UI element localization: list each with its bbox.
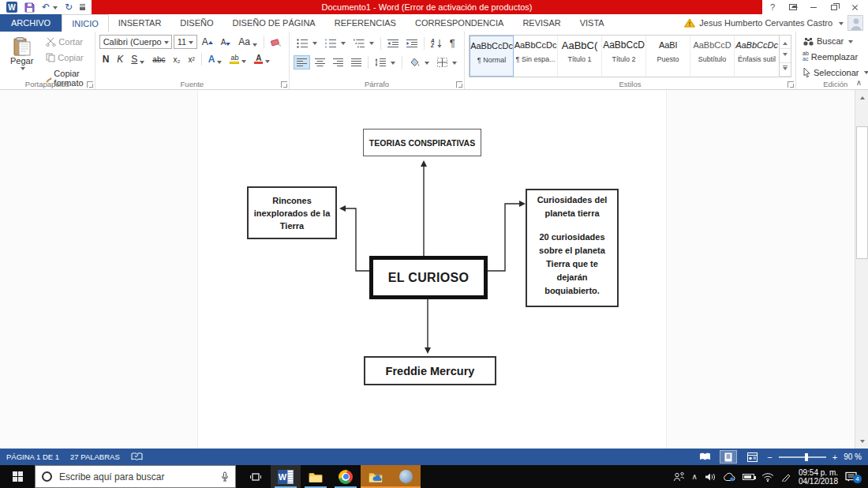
save-button[interactable] [24,2,35,13]
style-card-normal[interactable]: AaBbCcDc ¶ Normal [470,36,514,77]
taskbar-app-browser-gray[interactable] [391,465,421,488]
styles-dialog-launcher[interactable] [788,81,794,88]
style-card-sin-espaciado[interactable]: AaBbCcDc ¶ Sin espa... [514,36,558,77]
select-button[interactable]: Seleccionar [800,66,868,79]
show-marks-button[interactable]: ¶ [447,35,458,51]
word-count[interactable]: 27 PALABRAS [70,452,120,461]
document-canvas[interactable]: TEORIAS CONSPIRATIVAS Rincones inexplora… [0,90,868,449]
shading-dropdown-icon[interactable] [425,62,429,67]
subscript-button[interactable]: x₂ [170,54,183,65]
underline-dropdown-icon[interactable] [140,61,144,66]
vertical-scrollbar[interactable] [855,90,868,449]
taskbar-app-onedrive-folder[interactable] [361,465,391,488]
replace-button[interactable]: abac Reemplazar [800,50,868,63]
highlight-dropdown-icon[interactable] [241,60,246,66]
borders-dropdown-icon[interactable] [452,62,457,67]
wifi-icon[interactable] [761,472,774,482]
proofing-status-button[interactable] [131,452,143,461]
change-case-dropdown-icon[interactable] [253,43,257,49]
style-card-subtitulo[interactable]: AaBbCcD Subtítulo [690,36,735,77]
clear-formatting-button[interactable] [268,35,285,49]
font-family-combo[interactable]: Calibri (Cuerpo [99,35,172,49]
battery-icon[interactable] [743,474,754,480]
undo-dropdown-icon[interactable] [53,6,58,12]
tab-vista[interactable]: VISTA [571,14,614,32]
customize-qat-button[interactable] [80,4,85,10]
text-effects-dropdown-icon[interactable] [217,61,222,66]
read-mode-button[interactable] [696,450,713,464]
account-dropdown-icon[interactable] [839,22,844,28]
bold-button[interactable]: N [99,53,113,66]
paste-dropdown-icon[interactable] [21,67,25,73]
style-card-titulo1[interactable]: AaBbC( Título 1 [558,36,602,77]
volume-icon[interactable] [705,472,716,482]
avatar[interactable] [847,15,863,31]
help-button[interactable]: ? [762,0,783,14]
diagram-node-teorias[interactable]: TEORIAS CONSPIRATIVAS [363,129,481,156]
font-size-combo[interactable]: 11 [174,35,197,49]
styles-scroll-down-button[interactable] [780,49,791,62]
ribbon-display-options-button[interactable] [783,0,803,14]
people-icon[interactable] [673,471,685,482]
clipboard-dialog-launcher[interactable] [87,81,93,88]
style-card-puesto[interactable]: AaBl Puesto [646,36,690,77]
multilevel-dropdown-icon[interactable] [369,42,374,47]
minimize-button[interactable] [803,0,824,14]
zoom-slider-thumb[interactable] [805,453,808,461]
select-dropdown-icon[interactable] [864,71,868,77]
diagram-node-rincones[interactable]: Rincones inexplorados de la Tierra [247,186,337,239]
align-center-button[interactable] [312,55,328,69]
numbering-dropdown-icon[interactable] [341,42,346,47]
taskbar-app-chrome[interactable] [331,465,361,488]
borders-button[interactable] [434,55,460,69]
close-button[interactable] [844,0,865,14]
onedrive-cloud-icon[interactable] [723,472,735,482]
diagram-node-el-curioso[interactable]: EL CURIOSO [369,256,488,299]
highlight-color-button[interactable]: ab [226,54,249,65]
search-input[interactable] [58,471,215,483]
account-area[interactable]: Jesus Humberto Cervantes Castro [684,14,868,32]
align-left-button[interactable] [294,55,310,69]
tab-inicio[interactable]: INICIO [62,14,109,32]
styles-scroll-up-button[interactable] [780,36,791,49]
microphone-icon[interactable] [221,471,229,482]
collapse-ribbon-button[interactable]: ∧ [856,78,862,87]
justify-button[interactable] [348,55,365,69]
bullets-button[interactable] [294,36,320,51]
font-family-dropdown-icon[interactable] [164,41,169,47]
line-spacing-button[interactable] [372,55,398,69]
style-card-enfasis-sutil[interactable]: AaBbCcDc Énfasis sutil [735,36,779,77]
decrease-indent-button[interactable] [384,36,402,51]
grow-font-button[interactable]: A [199,36,216,48]
change-case-button[interactable]: Aa [235,36,260,48]
page-indicator[interactable]: PÁGINA 1 DE 1 [6,452,59,461]
action-center-button[interactable]: 4 [845,471,860,482]
tab-insertar[interactable]: INSERTAR [109,14,171,32]
tab-diseno-de-pagina[interactable]: DISEÑO DE PÁGINA [223,14,325,32]
scroll-down-button[interactable] [856,437,868,448]
taskbar-app-word[interactable]: W [271,465,301,488]
diagram-node-freddie[interactable]: Freddie Mercury [364,356,496,385]
line-spacing-dropdown-icon[interactable] [391,62,395,67]
print-layout-button[interactable] [720,450,737,464]
multilevel-list-button[interactable] [350,36,377,51]
font-color-button[interactable]: A [251,54,273,65]
pen-icon[interactable] [781,471,791,482]
redo-button[interactable]: ↻ [65,2,73,12]
style-card-titulo2[interactable]: AaBbCcD Título 2 [602,36,646,77]
web-layout-button[interactable] [743,450,761,464]
find-dropdown-icon[interactable] [848,40,853,46]
diagram-node-curiosidades[interactable]: Curiosidades del planeta tierra 20 curio… [526,189,619,307]
font-dialog-launcher[interactable] [281,81,287,88]
italic-button[interactable]: K [114,53,126,66]
align-right-button[interactable] [330,55,346,69]
taskbar-search[interactable] [35,465,236,488]
start-button[interactable] [0,465,35,488]
scroll-up-button[interactable] [856,91,868,102]
tab-correspondencia[interactable]: CORRESPONDENCIA [406,14,513,32]
tray-chevron-up-icon[interactable]: ∧ [692,472,698,481]
taskbar-clock[interactable]: 09:54 p. m. 04/12/2018 [799,468,838,486]
scrollbar-thumb[interactable] [856,126,868,259]
task-view-button[interactable] [241,465,271,488]
underline-button[interactable]: S [128,53,148,66]
